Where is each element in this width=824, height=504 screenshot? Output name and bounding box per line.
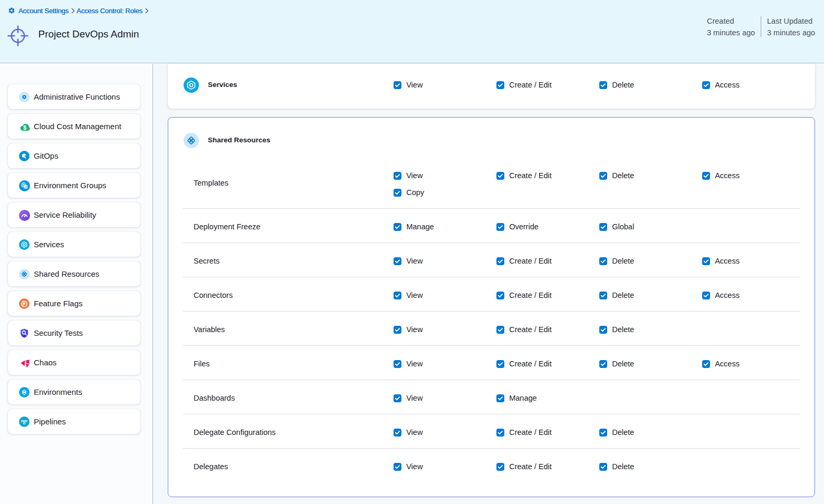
svg-text:$: $	[23, 124, 26, 130]
